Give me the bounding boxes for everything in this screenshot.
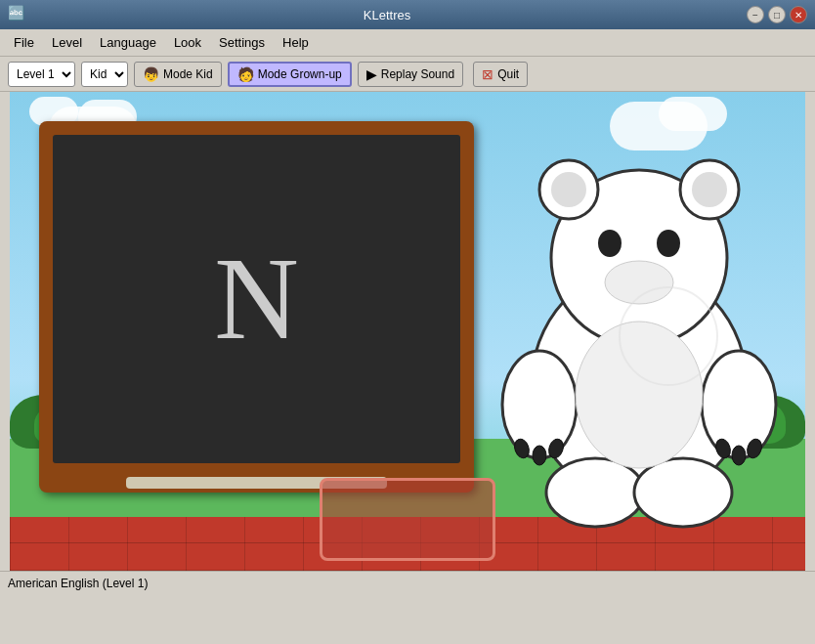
svg-point-10 bbox=[502, 351, 577, 458]
svg-point-16 bbox=[732, 446, 746, 465]
svg-point-20 bbox=[576, 322, 703, 468]
menu-file[interactable]: File bbox=[6, 33, 42, 52]
statusbar: American English (Level 1) bbox=[0, 571, 815, 594]
board-surface: N bbox=[53, 135, 460, 463]
toolbar: Level 1 Level 2 Level 3 Level 4 Kid 👦 Mo… bbox=[0, 57, 815, 92]
replay-sound-button[interactable]: ▶ Replay Sound bbox=[358, 62, 463, 87]
svg-point-3 bbox=[551, 172, 586, 207]
maximize-button[interactable]: □ bbox=[768, 6, 786, 23]
menubar: File Level Language Look Settings Help bbox=[0, 29, 815, 57]
menu-settings[interactable]: Settings bbox=[211, 33, 273, 52]
mode-kid-button[interactable]: 👦 Mode Kid bbox=[134, 62, 222, 87]
kid-icon: 👦 bbox=[143, 66, 159, 82]
quit-icon: ⊠ bbox=[482, 66, 493, 82]
language-select[interactable]: Kid bbox=[81, 62, 128, 87]
grownup-icon: 🧑 bbox=[237, 66, 254, 82]
titlebar: 🔤 KLettres − □ ✕ bbox=[0, 0, 815, 29]
close-button[interactable]: ✕ bbox=[790, 6, 807, 23]
svg-point-6 bbox=[598, 230, 622, 257]
bear-container bbox=[493, 111, 786, 532]
titlebar-controls: − □ ✕ bbox=[747, 6, 807, 23]
svg-point-19 bbox=[634, 458, 732, 527]
mode-grownup-button[interactable]: 🧑 Mode Grown-up bbox=[228, 62, 352, 87]
svg-point-13 bbox=[533, 446, 546, 465]
replay-icon: ▶ bbox=[366, 66, 377, 82]
chalkboard: N bbox=[39, 121, 474, 493]
bear-svg bbox=[493, 111, 786, 532]
menu-help[interactable]: Help bbox=[275, 33, 317, 52]
svg-point-7 bbox=[657, 230, 680, 257]
status-text: American English (Level 1) bbox=[8, 577, 148, 590]
quit-button[interactable]: ⊠ Quit bbox=[473, 62, 528, 87]
board-frame: N bbox=[39, 121, 474, 493]
input-area[interactable] bbox=[320, 478, 495, 561]
menu-look[interactable]: Look bbox=[166, 33, 209, 52]
titlebar-title: KLettres bbox=[27, 8, 747, 22]
titlebar-icon: 🔤 bbox=[8, 5, 27, 24]
minimize-button[interactable]: − bbox=[747, 6, 764, 23]
svg-point-11 bbox=[702, 351, 776, 458]
menu-level[interactable]: Level bbox=[44, 33, 90, 52]
game-area: N bbox=[10, 92, 805, 571]
svg-point-18 bbox=[546, 458, 644, 527]
svg-point-5 bbox=[692, 172, 727, 207]
menu-language[interactable]: Language bbox=[92, 33, 164, 52]
input-box[interactable] bbox=[320, 478, 495, 561]
level-select[interactable]: Level 1 Level 2 Level 3 Level 4 bbox=[8, 62, 75, 87]
board-letter: N bbox=[214, 232, 299, 366]
